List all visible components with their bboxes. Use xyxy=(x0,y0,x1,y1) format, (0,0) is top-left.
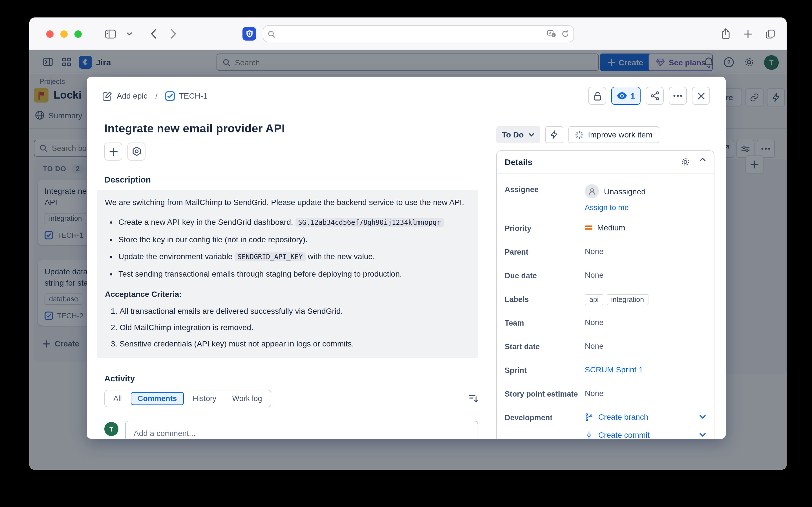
share-button[interactable] xyxy=(646,87,664,105)
minimize-window-button[interactable] xyxy=(60,31,68,38)
forward-button[interactable] xyxy=(170,29,176,39)
field-label: Due date xyxy=(505,269,585,283)
description-body[interactable]: We are switching from MailChimp to SendG… xyxy=(97,190,478,358)
unlock-icon xyxy=(593,91,601,101)
comment-input[interactable]: Add a comment... Who is working on this.… xyxy=(125,421,478,439)
field-value[interactable]: apiintegration xyxy=(585,292,706,306)
description-bullet: Test sending transactional emails throug… xyxy=(118,268,470,280)
edit-icon xyxy=(103,91,112,101)
field-value[interactable]: None xyxy=(585,269,706,283)
share-page-icon[interactable] xyxy=(721,28,730,40)
detail-row-parent: ParentNone xyxy=(505,245,706,259)
field-value[interactable]: Create branchCreate commit xyxy=(585,411,706,439)
inline-code: SENDGRID_API_KEY xyxy=(235,252,305,262)
description-intro: We are switching from MailChimp to SendG… xyxy=(105,196,470,209)
add-content-button[interactable] xyxy=(104,143,122,161)
label-chip[interactable]: api xyxy=(585,294,603,305)
chevron-down-icon xyxy=(528,133,534,136)
watch-count: 1 xyxy=(630,91,635,100)
field-value[interactable]: Medium xyxy=(585,221,706,235)
detail-row-story-point-estimate: Story point estimateNone xyxy=(505,387,706,401)
sort-icon[interactable] xyxy=(469,394,478,403)
watchers-button[interactable]: 1 xyxy=(611,87,641,105)
tab-history[interactable]: History xyxy=(186,392,223,405)
browser-extension-icon[interactable] xyxy=(243,27,256,41)
share-icon xyxy=(651,91,659,100)
field-value[interactable]: UnassignedAssign to me xyxy=(585,182,706,212)
description-bullet: Store the key in our config file (not in… xyxy=(118,234,470,245)
create-branch-button[interactable]: Create branch xyxy=(585,412,706,421)
inline-code: SG.12ab34cd56ef78gh90ij1234klmnopqr xyxy=(295,218,444,227)
assignee-value: Unassigned xyxy=(604,187,646,196)
create-commit-button[interactable]: Create commit xyxy=(585,431,706,439)
breadcrumb-separator: / xyxy=(153,91,160,100)
close-modal-button[interactable] xyxy=(692,87,710,105)
jira-page: Jira Create See plans xyxy=(29,50,786,470)
add-epic-button[interactable]: Add epic xyxy=(103,91,147,101)
details-heading: Details xyxy=(505,157,532,167)
close-window-button[interactable] xyxy=(46,31,54,38)
field-label: Assignee xyxy=(505,182,585,212)
hexagon-target-icon xyxy=(132,147,141,157)
field-label: Priority xyxy=(505,221,585,235)
field-value[interactable]: None xyxy=(585,316,706,330)
label-chip[interactable]: integration xyxy=(606,294,649,305)
zoom-window-button[interactable] xyxy=(74,31,82,38)
sidebar-chevron-icon[interactable] xyxy=(126,32,133,36)
search-icon xyxy=(268,30,275,38)
tab-comments[interactable]: Comments xyxy=(131,392,184,405)
assign-to-me-link[interactable]: Assign to me xyxy=(585,203,629,212)
back-button[interactable] xyxy=(151,29,157,39)
details-settings-icon[interactable] xyxy=(680,157,690,167)
field-label: Start date xyxy=(505,340,585,354)
description-bullet: Update the environment variable SENDGRID… xyxy=(118,251,470,263)
field-value[interactable]: None xyxy=(585,340,706,354)
field-label: Parent xyxy=(505,245,585,259)
detail-row-assignee: AssigneeUnassignedAssign to me xyxy=(505,182,706,212)
status-dropdown[interactable]: To Do xyxy=(496,126,540,143)
automation-button[interactable] xyxy=(545,126,563,143)
collapse-details-icon[interactable] xyxy=(699,157,706,167)
issue-title[interactable]: Integrate new email provider API xyxy=(104,122,478,135)
tab-overview-icon[interactable] xyxy=(766,29,775,39)
priority-medium-icon xyxy=(585,225,593,230)
acceptance-criteria-heading: Acceptance Criteria: xyxy=(105,290,470,298)
description-bullet: Create a new API key in the SendGrid das… xyxy=(118,216,470,229)
description-heading: Description xyxy=(104,175,478,184)
more-actions-button[interactable] xyxy=(669,87,687,105)
detail-row-sprint: SprintSCRUM Sprint 1 xyxy=(505,363,706,378)
detail-row-labels: Labelsapiintegration xyxy=(505,292,706,306)
field-label: Team xyxy=(505,316,585,330)
lock-button[interactable] xyxy=(588,87,606,105)
activity-heading: Activity xyxy=(104,374,478,383)
translate-icon[interactable]: Ax xyxy=(547,30,557,38)
address-bar[interactable]: Ax xyxy=(263,25,574,42)
detail-row-team: TeamNone xyxy=(505,316,706,330)
detail-row-priority: PriorityMedium xyxy=(505,221,706,235)
issue-modal: Add epic / TECH-1 xyxy=(87,76,726,439)
branch-icon xyxy=(585,413,593,421)
lightning-icon xyxy=(550,130,558,139)
tab-work-log[interactable]: Work log xyxy=(225,392,269,405)
reload-icon[interactable] xyxy=(562,30,569,38)
sidebar-toggle-icon[interactable] xyxy=(105,29,116,39)
field-value[interactable]: SCRUM Sprint 1 xyxy=(585,363,706,378)
new-tab-icon[interactable] xyxy=(744,30,752,38)
close-icon xyxy=(697,92,705,100)
field-value[interactable]: None xyxy=(585,245,706,259)
browser-toolbar: Ax xyxy=(29,17,786,50)
field-label: Story point estimate xyxy=(505,387,585,401)
browser-window: Ax xyxy=(29,17,786,470)
unassigned-avatar xyxy=(585,184,599,198)
acceptance-criterion: Old MailChimp integration is removed. xyxy=(119,322,470,334)
priority-value: Medium xyxy=(597,223,625,232)
sprint-link[interactable]: SCRUM Sprint 1 xyxy=(585,365,643,374)
tab-all[interactable]: All xyxy=(107,392,129,405)
acceptance-criterion: All transactional emails are delivered s… xyxy=(119,305,470,317)
issue-key-breadcrumb[interactable]: TECH-1 xyxy=(165,91,207,101)
field-value[interactable]: None xyxy=(585,387,706,401)
activity-tabs: AllCommentsHistoryWork log xyxy=(104,390,271,407)
apps-button[interactable] xyxy=(128,143,146,161)
improve-work-item-button[interactable]: Improve work item xyxy=(568,126,659,143)
svg-text:A: A xyxy=(549,31,552,35)
